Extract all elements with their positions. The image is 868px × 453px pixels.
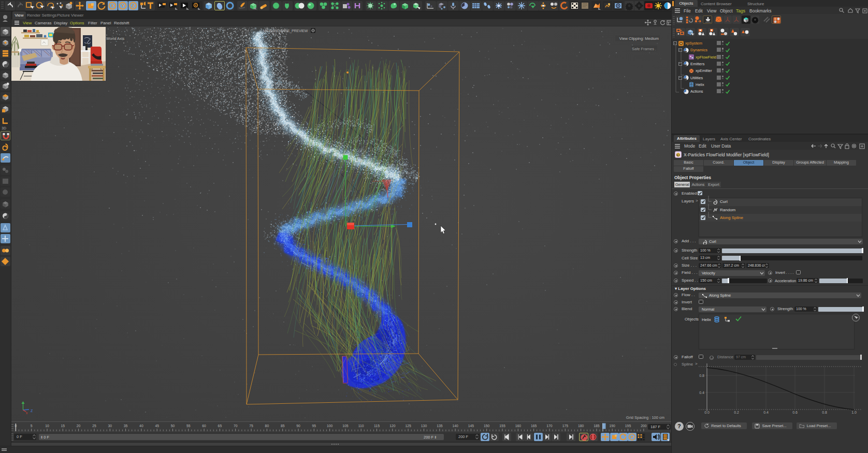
- svg-text:0.2: 0.2: [734, 411, 739, 414]
- svg-text:P: P: [631, 435, 634, 440]
- svg-text:30: 30: [108, 424, 112, 428]
- svg-text:45: 45: [155, 424, 159, 428]
- svg-text:190: 190: [610, 424, 616, 428]
- svg-text:0.8: 0.8: [822, 411, 827, 414]
- svg-text:10: 10: [45, 424, 49, 428]
- svg-text:80: 80: [265, 424, 269, 428]
- svg-text:185: 185: [594, 424, 600, 428]
- svg-text:125: 125: [405, 424, 411, 428]
- svg-text:180: 180: [578, 424, 584, 428]
- svg-text:View Clipping: Medium: View Clipping: Medium: [619, 36, 659, 41]
- svg-text:100: 100: [327, 424, 333, 428]
- svg-text:155: 155: [499, 424, 505, 428]
- svg-text:5: 5: [31, 424, 33, 428]
- svg-text:Z: Z: [31, 409, 33, 413]
- svg-text:145: 145: [468, 424, 474, 428]
- svg-text:MP HARDWARE_PREVIEW: MP HARDWARE_PREVIEW: [263, 29, 308, 33]
- svg-text:Safe Frames: Safe Frames: [632, 47, 654, 51]
- svg-text:0.0: 0.0: [704, 411, 710, 414]
- svg-text:140: 140: [452, 424, 458, 428]
- svg-text:75: 75: [249, 424, 253, 428]
- svg-text:165: 165: [531, 424, 537, 428]
- svg-text:170: 170: [546, 424, 553, 428]
- svg-text:160: 160: [515, 424, 522, 428]
- svg-text:105: 105: [342, 424, 349, 428]
- svg-text:195: 195: [625, 424, 631, 428]
- svg-text:35: 35: [124, 424, 128, 428]
- svg-text:0.4: 0.4: [699, 391, 704, 394]
- svg-text:1.0: 1.0: [851, 411, 857, 414]
- svg-text:0.4: 0.4: [763, 411, 769, 414]
- svg-text:25: 25: [92, 424, 96, 428]
- svg-text:15: 15: [61, 424, 65, 428]
- svg-text:60: 60: [202, 424, 206, 428]
- svg-text:95: 95: [312, 424, 316, 428]
- svg-text:150: 150: [484, 424, 490, 428]
- svg-text:World Axis: World Axis: [106, 36, 125, 41]
- svg-text:40: 40: [139, 424, 143, 428]
- svg-text:Grid Spacing : 100 cm: Grid Spacing : 100 cm: [626, 415, 664, 420]
- svg-text:0.8: 0.8: [699, 374, 704, 377]
- svg-text:Z: Z: [132, 3, 134, 8]
- svg-text:200: 200: [641, 424, 647, 428]
- svg-text:70: 70: [234, 424, 238, 428]
- svg-text:X: X: [111, 3, 114, 8]
- svg-text:55: 55: [186, 424, 191, 428]
- svg-text:50: 50: [171, 424, 175, 428]
- svg-text:130: 130: [421, 424, 427, 428]
- svg-text:0.6: 0.6: [792, 411, 798, 414]
- svg-text:90: 90: [296, 424, 300, 428]
- svg-text:110: 110: [358, 424, 364, 428]
- svg-text:65: 65: [218, 424, 222, 428]
- svg-text:Y: Y: [121, 3, 124, 8]
- svg-text:175: 175: [562, 424, 569, 428]
- svg-text:120: 120: [389, 424, 396, 428]
- svg-text:135: 135: [437, 424, 443, 428]
- svg-text:85: 85: [281, 424, 285, 428]
- svg-text:20: 20: [77, 424, 81, 428]
- svg-text:115: 115: [374, 424, 380, 428]
